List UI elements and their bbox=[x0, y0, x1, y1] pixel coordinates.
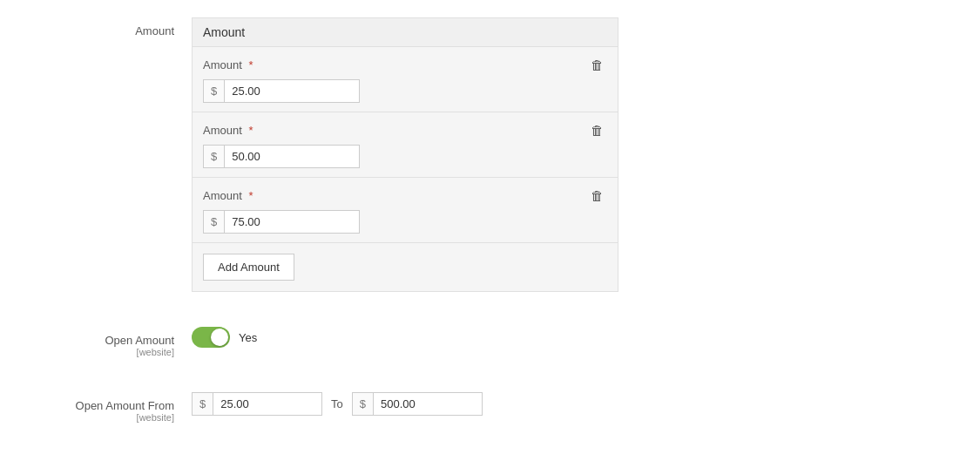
required-star-2: * bbox=[248, 124, 253, 137]
delete-button-2[interactable]: 🗑 bbox=[587, 121, 607, 139]
amount-section-header: Amount bbox=[193, 18, 618, 47]
amount-input-wrap-3: $ bbox=[203, 210, 360, 234]
amount-input-wrap-2: $ bbox=[203, 145, 360, 168]
amount-item-1-header: Amount * 🗑 bbox=[203, 56, 607, 74]
open-amount-to-input[interactable] bbox=[374, 393, 478, 415]
add-amount-button[interactable]: Add Amount bbox=[203, 254, 294, 281]
required-star-1: * bbox=[248, 58, 253, 71]
delete-button-3[interactable]: 🗑 bbox=[587, 186, 607, 205]
toggle-track bbox=[192, 327, 230, 348]
to-currency-symbol: $ bbox=[353, 393, 374, 415]
open-amount-from-wrap: $ To $ bbox=[192, 392, 618, 416]
amount-input-wrap-1: $ bbox=[203, 79, 360, 103]
amount-item-1: Amount * 🗑 $ bbox=[193, 47, 618, 112]
open-amount-from-input[interactable] bbox=[213, 393, 318, 415]
open-amount-from-input-wrap: $ bbox=[192, 392, 322, 416]
open-amount-to-input-wrap: $ bbox=[352, 392, 483, 416]
open-amount-field-content: Yes bbox=[192, 327, 618, 348]
amount-field-content: Amount Amount * 🗑 $ bbox=[192, 17, 618, 292]
amount-field-label: Amount bbox=[0, 17, 192, 37]
open-amount-from-form-row: Open Amount From [website] $ To $ bbox=[0, 383, 980, 431]
amount-section: Amount Amount * 🗑 $ bbox=[192, 17, 618, 292]
open-amount-from-field-content: $ To $ bbox=[192, 392, 618, 416]
currency-symbol-2: $ bbox=[204, 146, 225, 167]
amount-input-2[interactable] bbox=[225, 146, 329, 167]
amount-item-1-label: Amount * bbox=[203, 58, 253, 71]
amount-item-2-header: Amount * 🗑 bbox=[203, 121, 607, 139]
currency-symbol-3: $ bbox=[204, 211, 225, 233]
amount-input-1[interactable] bbox=[225, 80, 329, 102]
required-star-3: * bbox=[248, 189, 253, 202]
open-amount-toggle-row: Yes bbox=[192, 327, 618, 348]
amount-item-3: Amount * 🗑 $ bbox=[193, 178, 618, 243]
amount-input-3[interactable] bbox=[225, 211, 329, 233]
from-currency-symbol: $ bbox=[193, 393, 213, 415]
open-amount-from-field-label: Open Amount From [website] bbox=[0, 392, 192, 423]
amount-item-3-label: Amount * bbox=[203, 189, 253, 202]
open-amount-toggle[interactable] bbox=[192, 327, 230, 348]
amount-item-2: Amount * 🗑 $ bbox=[193, 112, 618, 178]
amount-item-2-label: Amount * bbox=[203, 124, 253, 137]
open-amount-form-row: Open Amount [website] Yes bbox=[0, 318, 980, 366]
toggle-yes-label: Yes bbox=[239, 331, 257, 344]
toggle-thumb bbox=[211, 329, 228, 346]
delete-button-1[interactable]: 🗑 bbox=[587, 56, 607, 74]
amount-form-row: Amount Amount Amount * 🗑 bbox=[0, 9, 980, 301]
add-amount-section: Add Amount bbox=[193, 243, 618, 291]
to-label: To bbox=[331, 397, 343, 410]
open-amount-field-label: Open Amount [website] bbox=[0, 327, 192, 357]
amount-item-3-header: Amount * 🗑 bbox=[203, 186, 607, 205]
currency-symbol-1: $ bbox=[204, 80, 225, 102]
